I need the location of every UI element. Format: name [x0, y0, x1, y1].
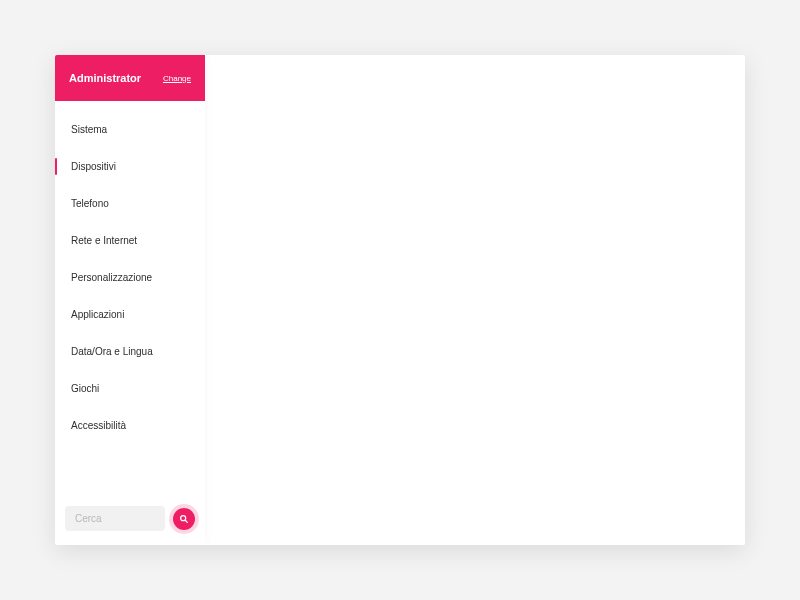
sidebar-item-giochi[interactable]: Giochi: [55, 370, 205, 407]
sidebar-item-personalizzazione[interactable]: Personalizzazione: [55, 259, 205, 296]
sidebar-item-label: Accessibilità: [71, 420, 126, 431]
sidebar-nav: Sistema Dispositivi Telefono Rete e Inte…: [55, 101, 205, 496]
sidebar-item-data-ora-lingua[interactable]: Data/Ora e Lingua: [55, 333, 205, 370]
sidebar-item-dispositivi[interactable]: Dispositivi: [55, 148, 205, 185]
sidebar-item-label: Personalizzazione: [71, 272, 152, 283]
svg-line-1: [185, 520, 187, 522]
change-link[interactable]: Change: [163, 74, 191, 83]
sidebar-item-applicazioni[interactable]: Applicazioni: [55, 296, 205, 333]
sidebar-header: Administrator Change: [55, 55, 205, 101]
sidebar-item-label: Applicazioni: [71, 309, 124, 320]
sidebar-item-accessibilita[interactable]: Accessibilità: [55, 407, 205, 444]
sidebar-item-label: Rete e Internet: [71, 235, 137, 246]
sidebar-item-label: Sistema: [71, 124, 107, 135]
search-input[interactable]: [65, 506, 165, 531]
search-button[interactable]: [173, 508, 195, 530]
main-content: [205, 55, 745, 545]
sidebar-item-label: Giochi: [71, 383, 99, 394]
sidebar: Administrator Change Sistema Dispositivi…: [55, 55, 205, 545]
sidebar-footer: [55, 496, 205, 545]
sidebar-item-rete-internet[interactable]: Rete e Internet: [55, 222, 205, 259]
app-window: Administrator Change Sistema Dispositivi…: [55, 55, 745, 545]
sidebar-title: Administrator: [69, 72, 141, 84]
sidebar-item-label: Telefono: [71, 198, 109, 209]
sidebar-item-sistema[interactable]: Sistema: [55, 111, 205, 148]
search-icon: [179, 514, 189, 524]
sidebar-item-telefono[interactable]: Telefono: [55, 185, 205, 222]
sidebar-item-label: Dispositivi: [71, 161, 116, 172]
sidebar-item-label: Data/Ora e Lingua: [71, 346, 153, 357]
